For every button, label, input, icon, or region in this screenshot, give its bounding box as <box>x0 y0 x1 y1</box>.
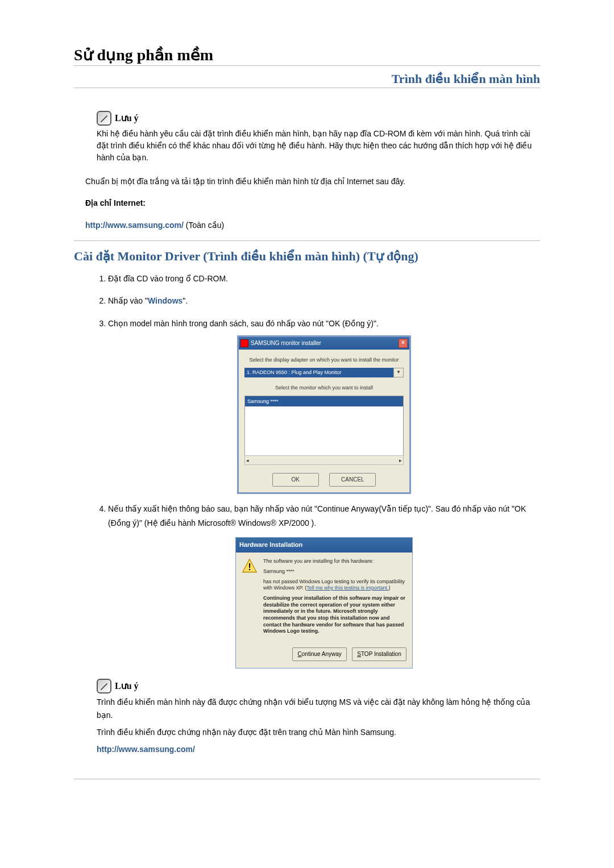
samsung-link-2[interactable]: http://www.samsung.com/ <box>97 745 195 754</box>
note2-line1: Trình điều khiển màn hình này đã được ch… <box>97 696 540 721</box>
note-block-2: Lưu ý Trình điều khiển màn hình này đã đ… <box>97 679 540 756</box>
app-icon <box>240 339 248 347</box>
steps-list: Đặt đĩa CD vào trong ổ CD-ROM. Nhấp vào … <box>74 272 540 668</box>
warning-icon: ! <box>242 558 258 574</box>
step-1: Đặt đĩa CD vào trong ổ CD-ROM. <box>108 272 540 286</box>
adapter-dropdown[interactable]: 1. RADEON 9550 : Plug and Play Monitor ▼ <box>244 368 404 377</box>
dropdown-arrow-icon[interactable]: ▼ <box>393 368 404 377</box>
windows-link[interactable]: Windows <box>148 296 182 305</box>
continue-anyway-button[interactable]: Continue Anyway <box>292 647 347 661</box>
installer-titlebar: SAMSUNG monitor installer × <box>239 337 409 350</box>
ok-button[interactable]: OK <box>272 473 319 487</box>
installer-title: SAMSUNG monitor installer <box>251 338 321 348</box>
step-3-text: Chọn model màn hình trong danh sách, sau… <box>108 319 379 328</box>
adapter-selected: 1. RADEON 9550 : Plug and Play Monitor <box>244 368 393 377</box>
step-2-suffix: ". <box>182 296 188 305</box>
hw-line-2: Samsung **** <box>263 568 406 575</box>
installer-window: SAMSUNG monitor installer × Select the d… <box>237 335 411 494</box>
note-icon <box>97 679 111 693</box>
scroll-left-icon[interactable]: ◂ <box>246 456 249 465</box>
note-label: Lưu ý <box>115 679 139 693</box>
installer-label-1: Select the display adapter on which you … <box>244 355 404 364</box>
note-icon <box>97 111 111 126</box>
internet-url-line: http://www.samsung.com/ (Toàn cầu) <box>85 219 540 231</box>
hw-why-link[interactable]: Tell me why this testing is important. <box>306 585 388 591</box>
note-body: Khi hệ điều hành yêu cầu cài đặt trình đ… <box>97 128 540 164</box>
cancel-button[interactable]: CANCEL <box>329 473 376 487</box>
step-4: Nếu thấy xuất hiện thông báo sau, bạn hã… <box>108 502 540 668</box>
hw-line-3: has not passed Windows Logo testing to v… <box>263 579 406 592</box>
section-subtitle: Trình điều khiển màn hình <box>74 72 540 88</box>
monitor-selected-item[interactable]: Samsung **** <box>245 396 403 406</box>
prep-text: Chuẩn bị một đĩa trắng và tải tập tin tr… <box>85 175 540 188</box>
close-icon[interactable]: × <box>399 339 408 348</box>
hw-line-1: The software you are installing for this… <box>263 558 406 565</box>
step-2-prefix: Nhấp vào " <box>108 296 148 305</box>
note2-line2: Trình điều khiển được chứng nhận này đượ… <box>97 726 540 738</box>
divider <box>74 240 540 241</box>
svg-text:!: ! <box>248 562 251 572</box>
section-title-install: Cài đặt Monitor Driver (Trình điều khiển… <box>74 249 540 264</box>
note-block-1: Lưu ý Khi hệ điều hành yêu cầu cài đặt t… <box>97 111 540 164</box>
samsung-link[interactable]: http://www.samsung.com/ <box>85 221 184 230</box>
note-label: Lưu ý <box>115 111 139 125</box>
internet-label: Địa chỉ Internet: <box>85 197 540 209</box>
installer-label-2: Select the monitor which you want to ins… <box>244 383 404 392</box>
url-suffix: (Toàn cầu) <box>184 221 224 230</box>
stop-installation-button[interactable]: STOP Installation <box>352 647 406 661</box>
page-title: Sử dụng phần mềm <box>74 45 540 66</box>
hw-warning-text: Continuing your installation of this sof… <box>263 595 406 635</box>
hardware-dialog: Hardware Installation ! The software you… <box>235 537 413 668</box>
list-scrollbar[interactable]: ◂ ▸ <box>244 455 404 465</box>
scroll-right-icon[interactable]: ▸ <box>399 456 402 465</box>
bottom-divider <box>74 779 540 779</box>
hw-dialog-title: Hardware Installation <box>236 538 412 553</box>
step-3: Chọn model màn hình trong danh sách, sau… <box>108 317 540 495</box>
step-4-text: Nếu thấy xuất hiện thông báo sau, bạn hã… <box>108 504 526 528</box>
monitor-listbox[interactable]: Samsung **** ◂ ▸ <box>244 396 404 465</box>
step-2: Nhấp vào "Windows". <box>108 294 540 308</box>
